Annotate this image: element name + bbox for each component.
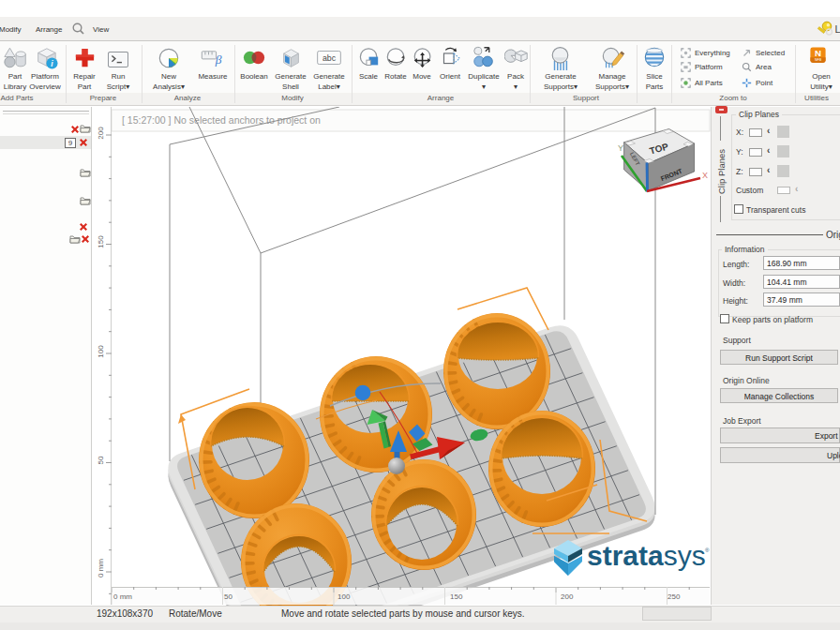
svg-text:0 mm: 0 mm xyxy=(97,559,105,578)
svg-text:150: 150 xyxy=(97,235,105,248)
svg-text:200: 200 xyxy=(97,127,105,140)
svg-text:®: ® xyxy=(705,548,710,553)
svg-text:β: β xyxy=(215,52,222,67)
svg-text:Y: Y xyxy=(618,143,623,153)
svg-text:0 mm: 0 mm xyxy=(113,592,132,601)
svg-text:N: N xyxy=(815,48,821,58)
svg-text:250: 250 xyxy=(668,592,681,601)
svg-text:[ 15:27:00 ] No selected ancho: [ 15:27:00 ] No selected anchors to proj… xyxy=(122,114,321,126)
svg-text:L: L xyxy=(835,23,840,35)
svg-text:50: 50 xyxy=(224,592,232,601)
svg-text:50: 50 xyxy=(97,456,105,464)
svg-text:100: 100 xyxy=(338,592,351,601)
svg-text:X: X xyxy=(702,171,708,180)
svg-text:200: 200 xyxy=(561,592,574,601)
svg-text:stratasys: stratasys xyxy=(587,540,706,571)
svg-text:NFB: NFB xyxy=(815,58,822,62)
svg-text:150: 150 xyxy=(450,592,463,601)
svg-text:100: 100 xyxy=(97,345,105,358)
svg-text:abc: abc xyxy=(322,53,337,63)
